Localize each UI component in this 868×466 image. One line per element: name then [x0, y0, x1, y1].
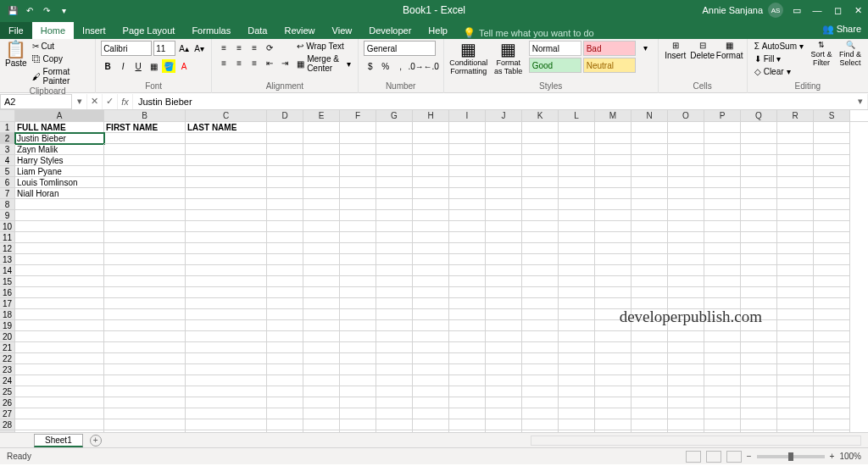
- cell-O12[interactable]: [668, 243, 704, 254]
- cell-A13[interactable]: [15, 254, 104, 265]
- cell-G27[interactable]: [376, 408, 413, 419]
- cell-C23[interactable]: [186, 364, 267, 375]
- cell-C28[interactable]: [186, 419, 267, 430]
- decrease-font-icon[interactable]: A▾: [192, 42, 206, 55]
- cell-D2[interactable]: [267, 133, 303, 144]
- cell-E24[interactable]: [303, 375, 340, 386]
- cell-R16[interactable]: [777, 287, 814, 298]
- col-header-R[interactable]: R: [777, 110, 814, 121]
- cell-F11[interactable]: [340, 232, 376, 243]
- cell-E1[interactable]: [303, 122, 340, 133]
- cell-G7[interactable]: [376, 188, 413, 199]
- tab-home[interactable]: Home: [32, 22, 74, 39]
- cell-J12[interactable]: [486, 243, 522, 254]
- cell-A1[interactable]: FULL NAME: [15, 122, 104, 133]
- cell-J6[interactable]: [486, 177, 522, 188]
- cell-A27[interactable]: [15, 408, 104, 419]
- tab-view[interactable]: View: [324, 22, 361, 39]
- cell-Q24[interactable]: [741, 375, 777, 386]
- cell-O3[interactable]: [668, 144, 704, 155]
- cell-E28[interactable]: [303, 419, 340, 430]
- tab-pagelayout[interactable]: Page Layout: [114, 22, 184, 39]
- cell-R19[interactable]: [777, 320, 814, 331]
- cell-K9[interactable]: [522, 210, 559, 221]
- cell-C10[interactable]: [186, 221, 267, 232]
- cell-K23[interactable]: [522, 364, 559, 375]
- cell-G11[interactable]: [376, 232, 413, 243]
- cell-O4[interactable]: [668, 155, 704, 166]
- cell-O5[interactable]: [668, 166, 704, 177]
- cell-D24[interactable]: [267, 375, 303, 386]
- cell-M7[interactable]: [595, 188, 632, 199]
- cell-B5[interactable]: [104, 166, 186, 177]
- cell-A26[interactable]: [15, 397, 104, 408]
- cell-A20[interactable]: [15, 331, 104, 342]
- cell-G6[interactable]: [376, 177, 413, 188]
- col-header-A[interactable]: A: [15, 110, 104, 121]
- cell-Q25[interactable]: [741, 386, 777, 397]
- cell-Q4[interactable]: [741, 155, 777, 166]
- cell-A3[interactable]: Zayn Malik: [15, 144, 104, 155]
- cell-Q3[interactable]: [741, 144, 777, 155]
- cell-O22[interactable]: [668, 353, 704, 364]
- cell-M20[interactable]: [595, 331, 632, 342]
- cell-K19[interactable]: [522, 320, 559, 331]
- cell-Q9[interactable]: [741, 210, 777, 221]
- cell-K6[interactable]: [522, 177, 559, 188]
- cell-K17[interactable]: [522, 298, 559, 309]
- cell-D15[interactable]: [267, 276, 303, 287]
- cell-F27[interactable]: [340, 408, 376, 419]
- col-header-S[interactable]: S: [814, 110, 850, 121]
- row-header-2[interactable]: 2: [0, 133, 15, 144]
- cell-C14[interactable]: [186, 265, 267, 276]
- cell-J26[interactable]: [486, 397, 522, 408]
- cell-G22[interactable]: [376, 353, 413, 364]
- cell-M16[interactable]: [595, 287, 632, 298]
- cell-P7[interactable]: [704, 188, 741, 199]
- row-header-5[interactable]: 5: [0, 166, 15, 177]
- cell-G15[interactable]: [376, 276, 413, 287]
- style-good[interactable]: Good: [529, 58, 581, 73]
- cell-L15[interactable]: [559, 276, 595, 287]
- cell-N15[interactable]: [632, 276, 668, 287]
- cell-D23[interactable]: [267, 364, 303, 375]
- cell-P4[interactable]: [704, 155, 741, 166]
- cell-N5[interactable]: [632, 166, 668, 177]
- cell-A24[interactable]: [15, 375, 104, 386]
- cell-D8[interactable]: [267, 199, 303, 210]
- cell-G20[interactable]: [376, 331, 413, 342]
- cell-S11[interactable]: [814, 232, 850, 243]
- cell-H3[interactable]: [413, 144, 449, 155]
- cell-B14[interactable]: [104, 265, 186, 276]
- cell-D19[interactable]: [267, 320, 303, 331]
- cell-D13[interactable]: [267, 254, 303, 265]
- cell-C4[interactable]: [186, 155, 267, 166]
- cell-R12[interactable]: [777, 243, 814, 254]
- cell-E16[interactable]: [303, 287, 340, 298]
- fx-icon[interactable]: fx: [118, 94, 133, 109]
- cell-J14[interactable]: [486, 265, 522, 276]
- cell-L9[interactable]: [559, 210, 595, 221]
- percent-icon[interactable]: %: [379, 59, 392, 73]
- cell-Q20[interactable]: [741, 331, 777, 342]
- cell-P9[interactable]: [704, 210, 741, 221]
- increase-font-icon[interactable]: A▴: [177, 42, 191, 55]
- cell-M9[interactable]: [595, 210, 632, 221]
- col-header-M[interactable]: M: [595, 110, 632, 121]
- cell-S18[interactable]: [814, 309, 850, 320]
- cell-L7[interactable]: [559, 188, 595, 199]
- cell-C8[interactable]: [186, 199, 267, 210]
- cell-L8[interactable]: [559, 199, 595, 210]
- row-header-19[interactable]: 19: [0, 320, 15, 331]
- font-size-input[interactable]: [153, 41, 175, 56]
- cell-A22[interactable]: [15, 353, 104, 364]
- cell-E6[interactable]: [303, 177, 340, 188]
- cell-C13[interactable]: [186, 254, 267, 265]
- bold-button[interactable]: B: [101, 59, 114, 73]
- cell-S7[interactable]: [814, 188, 850, 199]
- cell-Q15[interactable]: [741, 276, 777, 287]
- cell-P6[interactable]: [704, 177, 741, 188]
- cell-I24[interactable]: [449, 375, 486, 386]
- row-header-10[interactable]: 10: [0, 221, 15, 232]
- cell-K28[interactable]: [522, 419, 559, 430]
